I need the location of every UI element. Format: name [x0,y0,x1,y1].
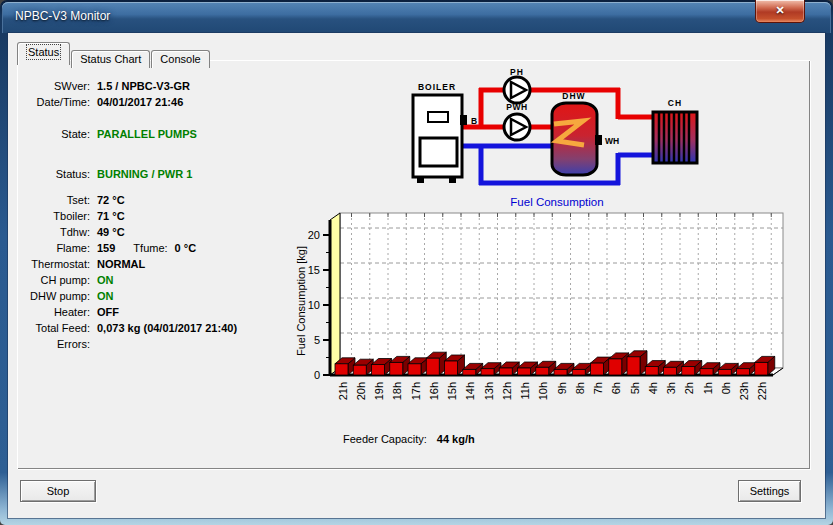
ch-radiator: CH [653,98,697,163]
x-tick-label: 6h [610,382,622,394]
status-row: Errors: [30,336,330,352]
boiler-display [428,112,448,122]
bar-11h [518,368,531,375]
field-label: State: [30,128,90,140]
x-tick-label: 0h [720,382,732,394]
x-tick-label: 23h [738,382,750,400]
tab-console[interactable]: Console [151,50,209,68]
bar-8h [572,369,585,375]
status-row: Tboiler:71 °C [30,208,330,224]
bar-5h [627,357,640,375]
field-value: 0 °C [175,242,197,254]
status-row: State:PARALLEL PUMPS [30,126,330,142]
app-window: NPBC-V3 Monitor ✕ StatusStatus ChartCons… [0,0,833,525]
status-row: Tdhw:49 °C [30,224,330,240]
boiler-door [420,138,457,166]
field-label: Tset: [30,194,90,206]
field-value: BURNING / PWR 1 [97,168,192,180]
tab-bar: StatusStatus ChartConsole [17,42,211,63]
dialog-client-area: StatusStatus ChartConsole SWver:1.5 / NP… [8,33,825,518]
settings-button[interactable]: Settings [738,480,801,502]
tab-status[interactable]: Status [17,42,70,65]
field-label: DHW pump: [30,290,90,302]
spacer [30,110,330,126]
field-label: Heater: [30,306,90,318]
x-tick-label: 11h [519,382,531,400]
title-bar[interactable]: NPBC-V3 Monitor [2,2,831,33]
x-tick-label: 19h [373,382,385,400]
spacer [30,182,330,192]
x-tick-label: 21h [337,382,349,400]
pump-ph-label: PH [510,68,524,77]
status-row: CH pump:ON [30,272,330,288]
status-row: DHW pump:ON [30,288,330,304]
boiler-temp-sensor [460,115,467,125]
field-label: Errors: [30,338,90,350]
x-tick-label: 15h [446,382,458,400]
ch-radiator-label: CH [668,98,682,108]
field-label: Status: [30,168,90,180]
field-label: Tboiler: [30,210,90,222]
x-tick-label: 14h [464,382,476,400]
close-button[interactable]: ✕ [755,0,805,23]
x-tick-label: 10h [537,382,549,400]
field-label: Tdhw: [30,226,90,238]
bar-0h [718,369,731,375]
window-title: NPBC-V3 Monitor [15,9,110,23]
tab-status-chart[interactable]: Status Chart [71,50,150,68]
x-tick-label: 8h [574,382,586,394]
feeder-capacity-value: 44 kg/h [437,433,475,445]
bar-18h [390,362,403,375]
bar-14h [463,369,476,375]
dhw-temp-sensor [595,135,602,145]
tab-label: Status [28,46,59,58]
svg-text:15: 15 [308,264,320,276]
field-value: 49 °C [97,226,125,238]
status-row: Flame:159Tfume:0 °C [30,240,330,256]
pump-pwh: PWH [504,102,530,140]
bar-1h [700,369,713,375]
status-panel: SWver:1.5 / NPBC-V3-GRDate/Time:04/01/20… [30,78,330,352]
field-label: Thermostat: [30,258,90,270]
tab-label: Console [160,53,200,65]
bar-12h [499,368,512,375]
bar-13h [481,369,494,375]
field-label: SWver: [30,80,90,92]
svg-text:5: 5 [314,334,320,346]
field-value: PARALLEL PUMPS [97,128,197,140]
x-tick-label: 4h [647,382,659,394]
bar-20h [353,365,366,375]
field-value: ON [97,274,114,286]
stop-button[interactable]: Stop [20,480,96,502]
bar-17h [408,364,421,375]
chart-y-axis-label: Fuel Consumption [kg] [295,246,307,356]
x-tick-label: 1h [702,382,714,394]
chart-title: Fuel Consumption [510,196,603,208]
field-label: Date/Time: [30,96,90,108]
svg-text:10: 10 [308,299,320,311]
status-row: Status:BURNING / PWR 1 [30,166,330,182]
field-value: ON [97,290,114,302]
bar-16h [426,358,439,375]
status-row: SWver:1.5 / NPBC-V3-GR [30,78,330,94]
boiler: BOILER B [413,82,477,183]
bar-9h [554,369,567,375]
feeder-capacity-label: Feeder Capacity: [343,433,427,445]
svg-text:0: 0 [314,369,320,381]
boiler-label: BOILER [418,82,456,92]
field-label: CH pump: [30,274,90,286]
fuel-consumption-chart: Fuel Consumption Fuel Consumption [kg] 0… [295,193,795,423]
pump-ph: PH [504,68,530,103]
field-value: 04/01/2017 21:46 [97,96,183,108]
x-tick-label: 3h [665,382,677,394]
tab-label: Status Chart [80,53,141,65]
bar-2h [682,367,695,375]
bar-10h [536,367,549,375]
chart-plot-area: 0510152021h20h19h18h17h16h15h14h13h12h11… [308,213,783,400]
hydraulic-diagram: BOILER B PH PWH DHW WH [405,68,705,193]
spacer [30,142,330,166]
close-icon: ✕ [775,4,784,16]
bar-3h [664,367,677,375]
field-value: 0,073 kg (04/01/2017 21:40) [97,322,237,334]
x-tick-label: 16h [428,382,440,400]
